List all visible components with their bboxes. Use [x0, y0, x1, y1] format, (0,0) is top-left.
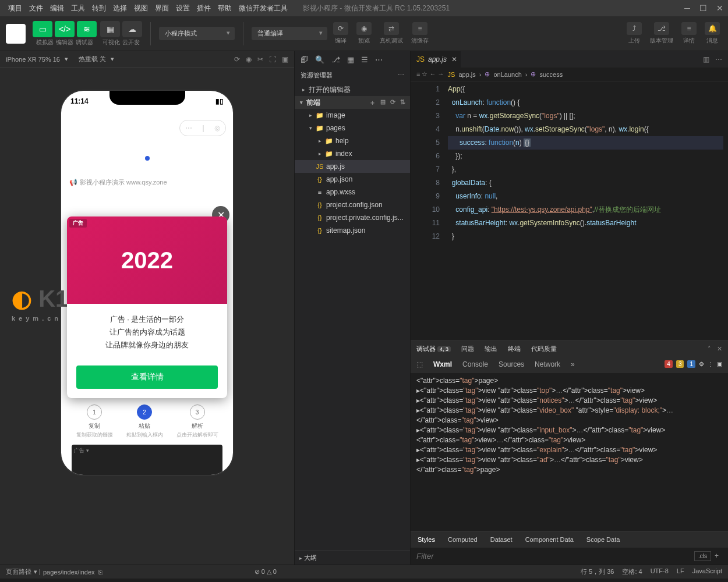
project-root[interactable]: ▾前端 ＋⊞⟳⇅ — [295, 96, 410, 109]
styletab-Dataset[interactable]: Dataset — [490, 536, 513, 543]
minimize-icon[interactable]: ─ — [684, 3, 690, 13]
editor-more-icon[interactable]: ⋯ — [715, 55, 722, 63]
git-icon[interactable]: ⎇ — [331, 55, 340, 64]
editor-tab-appjs[interactable]: JSapp.js ✕ — [411, 51, 461, 68]
styletab-Styles[interactable]: Styles — [418, 536, 435, 543]
search-icon[interactable]: 🔍 — [315, 55, 324, 64]
menu-插件[interactable]: 插件 — [193, 4, 214, 12]
record-icon[interactable]: ◉ — [246, 55, 252, 63]
tree-help[interactable]: ▸📁help — [295, 134, 410, 147]
dbg-tab-0[interactable]: 调试器 4, 3 — [416, 345, 451, 353]
code-editor[interactable]: 123456789101112 App({ onLaunch: function… — [411, 81, 728, 340]
wxml-tree[interactable]: <"attr">class="tag">page>▸<"attr">class=… — [411, 372, 728, 531]
tree-app.json[interactable]: {}app.json — [295, 173, 410, 186]
menu-工具[interactable]: 工具 — [68, 4, 89, 12]
cut-icon[interactable]: ✂ — [257, 55, 263, 63]
cloud-button[interactable]: ☁ — [122, 21, 142, 37]
preview-button[interactable]: ◉ — [356, 22, 372, 35]
notification-button[interactable]: 🔔 — [705, 22, 720, 35]
dbg-tab-1[interactable]: 问题 — [461, 345, 474, 353]
menu-编辑[interactable]: 编辑 — [47, 4, 68, 12]
phone-time: 11:14 — [70, 97, 89, 105]
explorer-title: 资源管理器 — [301, 71, 333, 80]
outline-header[interactable]: ▸ 大纲 — [295, 551, 410, 565]
rotate-icon[interactable]: ⟳ — [234, 55, 240, 63]
visual-button[interactable]: ▦ — [100, 21, 120, 37]
menubar: 项目文件编辑工具转到选择视图界面设置插件帮助微信开发者工具 — [5, 3, 291, 13]
styletab-Component Data[interactable]: Component Data — [525, 536, 574, 543]
panel-collapse-icon[interactable]: ˄ — [708, 345, 711, 353]
styletab-Computed[interactable]: Computed — [448, 536, 478, 543]
open-editors-header[interactable]: ▸打开的编辑器 — [295, 83, 410, 96]
tree-project.private.config.js...[interactable]: {}project.private.config.js... — [295, 211, 410, 224]
devtab-Sources[interactable]: Sources — [499, 360, 524, 368]
menu-视图[interactable]: 视图 — [130, 4, 151, 12]
copy-path-icon[interactable]: ⎘ — [98, 569, 103, 576]
cursor-position[interactable]: 行 5，列 36 — [581, 567, 614, 576]
devtools-dock-icon[interactable]: ▣ — [717, 361, 722, 367]
clear-cache-button[interactable]: ≡ — [412, 22, 427, 35]
tree-index[interactable]: ▸📁index — [295, 147, 410, 160]
mode-select[interactable]: 小程序模式 — [159, 27, 235, 40]
devtab-Network[interactable]: Network — [535, 360, 560, 368]
cloud-db-icon[interactable]: ☰ — [361, 55, 368, 64]
status-bar: 页面路径▾ | pages/index/index ⎘ ⊘ 0 △ 0 行 5，… — [0, 565, 728, 579]
eol[interactable]: LF — [677, 567, 684, 576]
indentation[interactable]: 空格: 4 — [622, 567, 642, 576]
dbg-tab-4[interactable]: 代码质量 — [531, 345, 557, 353]
tab-close-icon[interactable]: ✕ — [451, 55, 457, 63]
inspect-icon[interactable]: ⬚ — [416, 360, 423, 368]
remote-debug-button[interactable]: ⇄ — [384, 22, 399, 35]
simulator-button[interactable]: ▭ — [33, 21, 52, 37]
problems-count[interactable]: ⊘ 0 △ 0 — [255, 568, 277, 576]
hotreload-toggle[interactable]: 热重载 关 — [79, 55, 106, 63]
cls-toggle[interactable]: .cls — [694, 551, 711, 561]
menu-项目[interactable]: 项目 — [5, 4, 26, 12]
language-mode[interactable]: JavaScript — [692, 567, 722, 576]
close-icon[interactable]: ✕ — [716, 3, 723, 13]
page-path[interactable]: pages/index/index — [43, 569, 95, 576]
dbg-tab-3[interactable]: 终端 — [508, 345, 521, 353]
menu-选择[interactable]: 选择 — [109, 4, 130, 12]
devtab-Console[interactable]: Console — [462, 360, 488, 368]
tree-app.wxss[interactable]: ≡app.wxss — [295, 186, 410, 198]
menu-转到[interactable]: 转到 — [89, 4, 109, 12]
devtab-Wxml[interactable]: Wxml — [433, 360, 452, 368]
menu-界面[interactable]: 界面 — [151, 4, 172, 12]
compile-button[interactable]: ⟳ — [333, 22, 348, 35]
menu-微信开发者工具[interactable]: 微信开发者工具 — [235, 4, 291, 12]
editor-button[interactable]: </> — [55, 21, 75, 37]
menu-文件[interactable]: 文件 — [26, 4, 47, 12]
ext-icon[interactable]: ▦ — [347, 55, 354, 64]
ad-cta-button[interactable]: 查看详情 — [76, 365, 218, 389]
tree-project.config.json[interactable]: {}project.config.json — [295, 198, 410, 211]
dbg-tab-2[interactable]: 输出 — [485, 345, 497, 353]
avatar[interactable] — [6, 24, 26, 44]
details-button[interactable]: ≡ — [681, 22, 697, 35]
panel-close-icon[interactable]: ✕ — [717, 345, 722, 353]
devtools-settings-icon[interactable]: ⚙ — [699, 361, 704, 367]
tree-app.js[interactable]: JSapp.js — [295, 160, 410, 173]
expand-icon[interactable]: ⛶ — [269, 55, 276, 63]
capsule[interactable]: ⋯|◎ — [179, 120, 226, 136]
split-icon[interactable]: ▥ — [703, 55, 709, 63]
debugger-button[interactable]: ≋ — [77, 21, 97, 37]
tree-sitemap.json[interactable]: {}sitemap.json — [295, 224, 410, 237]
files-icon[interactable]: 🗐 — [301, 55, 308, 64]
more-icon[interactable]: ⋯ — [375, 55, 383, 64]
style-filter-input[interactable] — [416, 552, 694, 560]
step-2: 2粘贴粘贴到输入框内 — [126, 404, 163, 439]
breadcrumb[interactable]: ≡ ☆ ← → JSapp.js › ⊕onLaunch › ⊕success — [411, 68, 728, 81]
maximize-icon[interactable]: ☐ — [699, 3, 707, 13]
compile-select[interactable]: 普通编译 — [252, 27, 327, 40]
upload-button[interactable]: ⤴ — [627, 22, 642, 35]
tree-pages[interactable]: ▾📁pages — [295, 122, 410, 134]
tree-image[interactable]: ▸📁image — [295, 109, 410, 122]
menu-帮助[interactable]: 帮助 — [214, 4, 235, 12]
version-button[interactable]: ⎇ — [654, 22, 669, 35]
device-select[interactable]: iPhone XR 75% 16 — [6, 56, 60, 63]
styletab-Scope Data[interactable]: Scope Data — [586, 536, 620, 543]
undock-icon[interactable]: ▣ — [282, 55, 288, 63]
encoding[interactable]: UTF-8 — [651, 567, 669, 576]
menu-设置[interactable]: 设置 — [172, 4, 193, 12]
